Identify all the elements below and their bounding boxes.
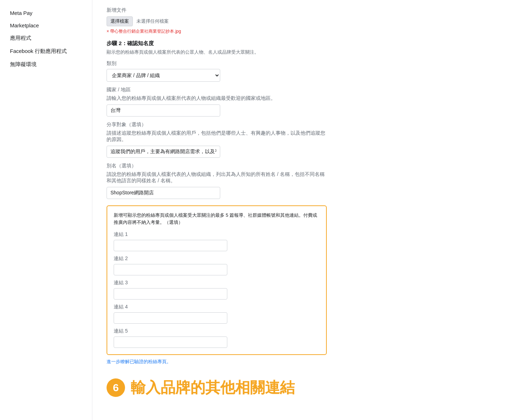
- sidebar-item-marketplace[interactable]: Marketplace: [6, 20, 86, 31]
- category-label: 類別: [107, 60, 327, 67]
- category-select[interactable]: 企業商家 / 品牌 / 組織 公眾人物 媒體 / 新聞 娛樂 運動: [107, 69, 220, 82]
- country-label: 國家 / 地區: [107, 87, 327, 93]
- sidebar-item-facebook-mobile[interactable]: Facebook 行動應用程式: [6, 45, 86, 58]
- link-1-input[interactable]: [114, 240, 227, 251]
- no-file-text: 未選擇任何檔案: [136, 18, 169, 25]
- audience-label: 分享對象（選填）: [107, 122, 327, 128]
- links-desc: 新增可顯示您的粉絲專頁或個人檔案受大眾關注的最多 5 篇報導、社群媒體帳號和其他…: [114, 212, 320, 226]
- audience-input[interactable]: [107, 146, 220, 158]
- alias-label: 別名（選填）: [107, 163, 327, 169]
- bottom-link[interactable]: 進一步瞭解已驗證的粉絲專頁。: [107, 359, 327, 365]
- link-4-input[interactable]: [114, 312, 227, 324]
- link-2-label: 連結 2: [114, 255, 320, 262]
- link-group-2: 連結 2: [114, 255, 320, 275]
- alias-desc: 請說您的粉絲專頁或個人檔案代表的人物或組織，列出其為人所知的所有姓名 / 名稱，…: [107, 171, 327, 184]
- annotation-bar: 6 輸入品牌的其他相關連結: [107, 372, 327, 400]
- link-group-3: 連結 3: [114, 280, 320, 300]
- country-desc: 請輸入您的粉絲專頁或個人檔案所代表的人物或組織最受歡迎的國家或地區。: [107, 95, 327, 102]
- main-content: 新增文件 選擇檔案 未選擇任何檔案 × 帶心整合行銷企業社商業登記抄本.jpg …: [92, 0, 341, 420]
- step2-desc: 顯示您的粉絲專頁或個人檔案所代表的公眾人物、名人或品牌受大眾關注。: [107, 49, 327, 55]
- link-group-5: 連結 5: [114, 328, 320, 348]
- sidebar: Meta Pay Marketplace 應用程式 Facebook 行動應用程…: [0, 0, 92, 420]
- file-upload-row: 選擇檔案 未選擇任何檔案: [107, 16, 327, 26]
- link-3-label: 連結 3: [114, 280, 320, 286]
- link-group-1: 連結 1: [114, 231, 320, 251]
- file-selected-text: × 帶心整合行銷企業社商業登記抄本.jpg: [107, 28, 327, 34]
- audience-desc: 請描述追蹤您粉絲專頁或個人檔案的用戶，包括他們是哪些人士、有興趣的人事物，以及他…: [107, 130, 327, 143]
- link-group-4: 連結 4: [114, 304, 320, 324]
- sidebar-item-apps[interactable]: 應用程式: [6, 32, 86, 44]
- link-5-label: 連結 5: [114, 328, 320, 334]
- sidebar-item-accessibility[interactable]: 無障礙環境: [6, 58, 86, 71]
- sidebar-item-meta-pay[interactable]: Meta Pay: [6, 7, 86, 19]
- links-section: 新增可顯示您的粉絲專頁或個人檔案受大眾關注的最多 5 篇報導、社群媒體帳號和其他…: [107, 205, 327, 355]
- link-4-label: 連結 4: [114, 304, 320, 310]
- country-input[interactable]: [107, 104, 220, 117]
- choose-file-button[interactable]: 選擇檔案: [107, 16, 133, 26]
- step2-title: 步驟 2：確認知名度: [107, 40, 327, 47]
- add-document-label: 新增文件: [107, 7, 327, 14]
- link-5-input[interactable]: [114, 336, 227, 348]
- annotation-number: 6: [107, 378, 125, 397]
- link-1-label: 連結 1: [114, 231, 320, 238]
- annotation-text: 輸入品牌的其他相關連結: [131, 379, 295, 396]
- link-2-input[interactable]: [114, 264, 227, 275]
- link-3-input[interactable]: [114, 288, 227, 300]
- alias-input[interactable]: [107, 187, 220, 199]
